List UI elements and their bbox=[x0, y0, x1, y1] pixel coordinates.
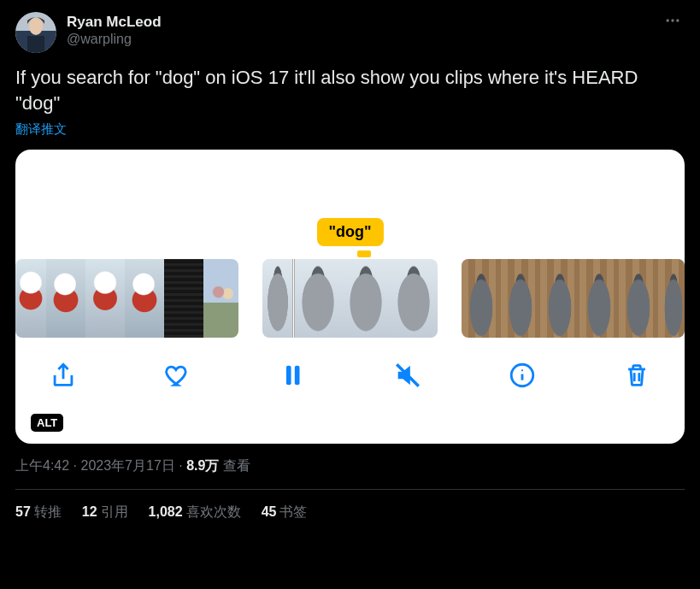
svg-point-3 bbox=[29, 18, 43, 35]
tweet-container: Ryan McLeod @warpling If you search for … bbox=[0, 0, 700, 521]
thumbnail bbox=[46, 259, 85, 338]
caption-marker bbox=[357, 250, 371, 257]
clip-group-1[interactable] bbox=[15, 259, 238, 338]
svg-rect-4 bbox=[27, 36, 44, 53]
clip-gap bbox=[438, 259, 462, 338]
thumbnail bbox=[619, 259, 658, 338]
thumbnail bbox=[125, 259, 164, 338]
thumbnail bbox=[390, 259, 438, 338]
user-handle: @warpling bbox=[67, 31, 162, 48]
media-toolbar bbox=[15, 338, 685, 413]
display-name: Ryan McLeod bbox=[67, 14, 162, 31]
clip-gap bbox=[238, 259, 262, 338]
playhead-indicator[interactable] bbox=[293, 259, 294, 338]
translate-link[interactable]: 翻译推文 bbox=[15, 121, 67, 138]
svg-point-6 bbox=[671, 19, 674, 21]
share-icon[interactable] bbox=[46, 358, 80, 392]
more-options-icon[interactable] bbox=[664, 12, 681, 32]
views-label: 查看 bbox=[219, 458, 250, 473]
retweets-stat[interactable]: 57转推 bbox=[15, 504, 62, 521]
svg-point-5 bbox=[667, 19, 669, 21]
likes-stat[interactable]: 1,082喜欢次数 bbox=[149, 504, 241, 521]
heart-icon[interactable] bbox=[161, 358, 195, 392]
thumbnail bbox=[15, 259, 46, 338]
media-attachment[interactable]: "dog" bbox=[15, 150, 685, 444]
thumbnail bbox=[85, 259, 125, 338]
clip-group-2[interactable] bbox=[262, 259, 438, 338]
avatar[interactable] bbox=[15, 12, 56, 53]
svg-point-7 bbox=[676, 19, 679, 21]
thumbnail bbox=[501, 259, 540, 338]
info-icon[interactable] bbox=[505, 358, 539, 392]
tweet-time: 上午4:42 bbox=[15, 458, 69, 473]
thumbnail bbox=[164, 259, 203, 338]
bookmarks-stat[interactable]: 45书签 bbox=[262, 504, 308, 521]
alt-badge[interactable]: ALT bbox=[31, 414, 63, 432]
pause-icon[interactable] bbox=[275, 358, 309, 392]
thumbnail bbox=[579, 259, 619, 338]
author-names[interactable]: Ryan McLeod @warpling bbox=[67, 14, 162, 48]
thumbnail bbox=[342, 259, 390, 338]
tweet-header: Ryan McLeod @warpling bbox=[15, 12, 685, 53]
media-top-whitespace: "dog" bbox=[15, 150, 685, 259]
tweet-text: If you search for "dog" on iOS 17 it'll … bbox=[15, 65, 685, 116]
thumbnail bbox=[294, 259, 342, 338]
svg-rect-9 bbox=[295, 366, 300, 386]
svg-point-13 bbox=[521, 369, 523, 371]
tweet-date: 2023年7月17日 bbox=[80, 458, 174, 473]
thumbnail bbox=[203, 259, 238, 338]
tweet-meta[interactable]: 上午4:42 · 2023年7月17日 · 8.9万 查看 bbox=[15, 457, 685, 475]
thumbnail bbox=[540, 259, 579, 338]
video-filmstrip[interactable] bbox=[15, 259, 685, 338]
thumbnail bbox=[262, 259, 293, 338]
caption-bubble: "dog" bbox=[316, 218, 383, 246]
thumbnail bbox=[658, 259, 685, 338]
clip-group-3[interactable] bbox=[462, 259, 685, 338]
engagement-stats: 57转推 12引用 1,082喜欢次数 45书签 bbox=[15, 490, 685, 521]
thumbnail bbox=[462, 259, 501, 338]
quotes-stat[interactable]: 12引用 bbox=[82, 504, 128, 521]
mute-icon[interactable] bbox=[391, 358, 425, 392]
trash-icon[interactable] bbox=[620, 358, 654, 392]
views-count: 8.9万 bbox=[186, 458, 219, 473]
svg-rect-8 bbox=[286, 366, 291, 386]
